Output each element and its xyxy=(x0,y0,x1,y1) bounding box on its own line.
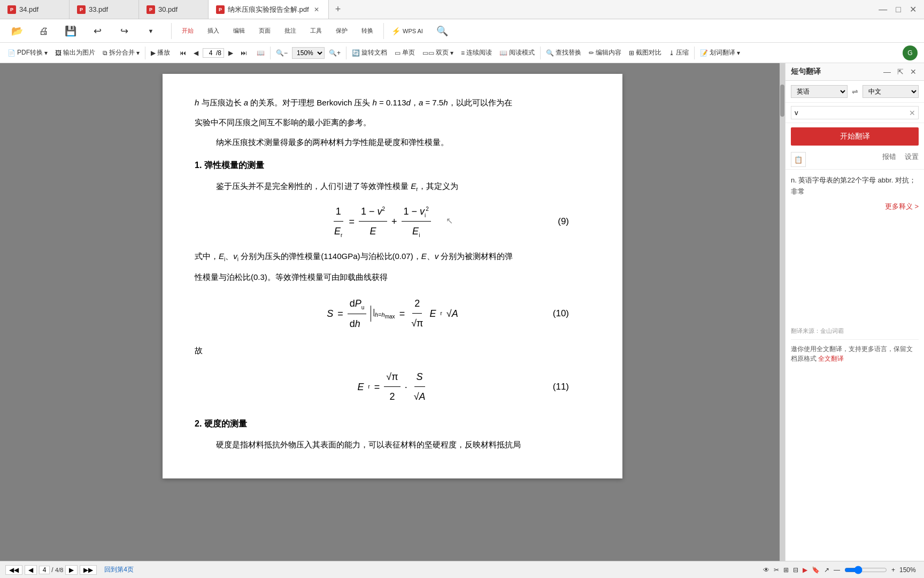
dropdown-chevron-icon: ▼ xyxy=(148,28,154,34)
zoom-out-btn[interactable]: 🔍− xyxy=(273,45,291,60)
clear-input-btn[interactable]: ✕ xyxy=(909,109,915,117)
settings-btn[interactable]: 设置 xyxy=(905,152,919,167)
toolbar-last-page[interactable]: ⏭ xyxy=(237,45,250,60)
right-panel-header: 短句翻译 — ⇱ ✕ xyxy=(786,63,924,81)
bookmark-status-btn[interactable]: 🔖 xyxy=(812,566,820,574)
eq10-number: (10) xyxy=(553,306,569,322)
toolbar-first-page[interactable]: ⏮ xyxy=(176,45,189,60)
window-close-btn[interactable]: ✕ xyxy=(906,3,920,16)
lang-swap-btn[interactable]: ⇌ xyxy=(852,87,858,96)
section2-title: 2. 硬度的测量 xyxy=(195,416,590,432)
edit-label: 编辑 xyxy=(233,27,245,35)
toolbar-next-page[interactable]: ▶ xyxy=(225,45,236,60)
eye-btn[interactable]: 👁 xyxy=(763,566,769,574)
wps-ai-btn[interactable]: ⚡ WPS AI xyxy=(387,21,427,41)
zoom-minus-btn[interactable]: — xyxy=(834,566,840,574)
compress-icon: ⤓ xyxy=(669,49,674,57)
screenshot-status-btn[interactable]: ✂ xyxy=(774,566,779,574)
menu-start-btn[interactable]: 开始 xyxy=(175,21,201,41)
menu-protect-btn[interactable]: 保护 xyxy=(329,21,355,41)
split-merge-btn[interactable]: ⧉ 拆分合并 ▾ xyxy=(99,45,143,60)
translate-input-field[interactable] xyxy=(791,106,919,119)
menu-dropdown-btn[interactable]: ▼ xyxy=(138,21,164,41)
search-btn[interactable]: 🔍 xyxy=(429,21,455,41)
translation-result-area: n. 英语字母表的第22个字母 abbr. 对抗；非常 更多释义 > 翻译来源：… xyxy=(786,170,924,561)
menu-page-btn[interactable]: 页面 xyxy=(252,21,278,41)
menu-open-btn[interactable]: 📂 xyxy=(4,21,30,41)
new-tab-btn[interactable]: + xyxy=(329,0,348,19)
video-btn[interactable]: ▶ xyxy=(803,566,807,574)
output-image-label: 输出为图片 xyxy=(63,48,95,57)
window-minimize-btn[interactable]: — xyxy=(875,4,890,16)
zoom-in-btn[interactable]: 🔍+ xyxy=(326,45,344,60)
status-page-input[interactable] xyxy=(39,566,50,574)
panel-minimize-btn[interactable]: — xyxy=(881,66,893,77)
more-meaning-link[interactable]: 更多释义 > xyxy=(791,202,919,211)
reading-mode-btn[interactable]: 📖 阅读模式 xyxy=(496,45,538,60)
toolbar-prev-page[interactable]: ◀ xyxy=(190,45,202,60)
zoom-plus-btn[interactable]: + xyxy=(891,566,895,574)
screenshot-compare-btn[interactable]: ⊞ 截图对比 xyxy=(626,45,665,60)
window-maximize-btn[interactable]: □ xyxy=(892,4,904,16)
copy-result-btn[interactable]: 📋 xyxy=(791,152,806,167)
menu-print-btn[interactable]: 🖨 xyxy=(31,21,57,41)
report-btn[interactable]: 报错 xyxy=(882,152,896,167)
zoom-slider[interactable] xyxy=(844,566,887,574)
continuous-reading-btn[interactable]: ≡ 连续阅读 xyxy=(458,45,495,60)
single-page-btn[interactable]: ▭ 单页 xyxy=(391,45,418,60)
fit-width-btn[interactable]: ⊟ xyxy=(793,566,798,574)
edit-content-btn[interactable]: ✏ 编辑内容 xyxy=(586,45,625,60)
last-page-btn[interactable]: ▶▶ xyxy=(80,565,97,575)
menu-save-btn[interactable]: 💾 xyxy=(58,21,83,41)
tab-33pdf[interactable]: P 33.pdf xyxy=(70,0,139,19)
target-lang-select[interactable]: 中文 英语 日语 xyxy=(863,85,919,98)
tab-close-btn[interactable]: ✕ xyxy=(312,5,321,14)
tab-nanopdf[interactable]: P 纳米压痕实验报告全解.pdf ✕ xyxy=(209,0,329,19)
output-image-btn[interactable]: 🖼 输出为图片 xyxy=(52,45,98,60)
menu-insert-btn[interactable]: 插入 xyxy=(201,21,226,41)
screenshot-icon: ⊞ xyxy=(629,49,634,57)
tools-label: 工具 xyxy=(310,27,322,35)
first-page-btn[interactable]: ◀◀ xyxy=(5,565,22,575)
menu-edit-btn[interactable]: 编辑 xyxy=(226,21,252,41)
pdf-convert-btn[interactable]: 📄 PDF转换 ▾ xyxy=(4,45,51,60)
source-lang-select[interactable]: 英语 中文 日语 xyxy=(791,85,848,98)
pdf-scrollbar[interactable] xyxy=(780,63,785,561)
split-merge-chevron: ▾ xyxy=(136,49,140,57)
split-merge-label: 拆分合并 xyxy=(109,48,135,57)
tab-30pdf[interactable]: P 30.pdf xyxy=(139,0,209,19)
edit-label: 编辑内容 xyxy=(596,48,621,57)
play-btn[interactable]: ▶ 播放 xyxy=(148,45,173,60)
rotate-btn[interactable]: 🔄 旋转文档 xyxy=(349,45,390,60)
page-input[interactable] xyxy=(205,49,216,57)
word-translate-btn[interactable]: 📝 划词翻译 ▾ xyxy=(697,45,743,60)
tab-34pdf[interactable]: P 34.pdf xyxy=(0,0,70,19)
share-btn[interactable]: ↗ xyxy=(824,566,829,574)
translate-start-btn[interactable]: 开始翻译 xyxy=(791,127,919,146)
user-avatar[interactable]: G xyxy=(903,45,918,60)
formula-9: 1 Er = 1 − v2 E + 1 − vi2 Ei xyxy=(195,203,590,240)
menu-convert-btn[interactable]: 转换 xyxy=(355,21,380,41)
pdf-icon-3: P xyxy=(147,5,155,14)
menu-redo-btn[interactable]: ↪ xyxy=(111,21,137,41)
goto-page-btn[interactable]: 回到第4页 xyxy=(104,565,134,574)
tab-label-1: 34.pdf xyxy=(19,5,38,13)
menu-tools-btn[interactable]: 工具 xyxy=(303,21,329,41)
zoom-select[interactable]: 150% 100% 125% 200% xyxy=(292,47,325,59)
formula-11: Er = √π 2 · S √A xyxy=(195,368,590,406)
fit-page-btn[interactable]: ⊞ xyxy=(783,566,789,574)
double-page-btn[interactable]: ▭▭ 双页 ▾ xyxy=(419,45,457,60)
menu-undo-btn[interactable]: ↩ xyxy=(84,21,110,41)
gu-label: 故 xyxy=(195,343,590,358)
find-replace-btn[interactable]: 🔍 查找替换 xyxy=(543,45,584,60)
full-translate-link[interactable]: 全文翻译 xyxy=(818,355,844,362)
bookmark-btn[interactable]: 📖 xyxy=(253,45,268,60)
prev-page-btn[interactable]: ◀ xyxy=(25,565,37,575)
pdf-viewer[interactable]: h 与压痕边长 a 的关系。对于理想 Berkovich 压头 h = 0.11… xyxy=(0,63,785,561)
compress-btn[interactable]: ⤓ 压缩 xyxy=(666,45,692,60)
next-page-btn[interactable]: ▶ xyxy=(65,565,78,575)
panel-close-btn[interactable]: ✕ xyxy=(908,66,919,77)
right-panel: 短句翻译 — ⇱ ✕ 英语 中文 日语 ⇌ 中文 英语 日语 ✕ xyxy=(785,63,924,561)
menu-annotate-btn[interactable]: 批注 xyxy=(278,21,303,41)
panel-expand-btn[interactable]: ⇱ xyxy=(895,66,906,77)
